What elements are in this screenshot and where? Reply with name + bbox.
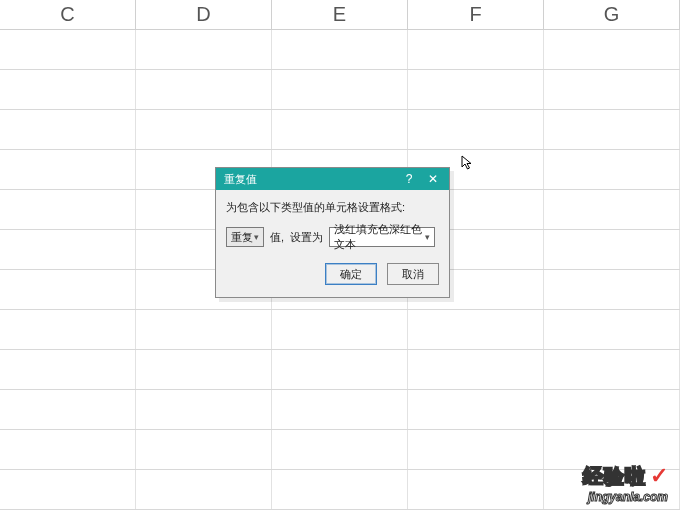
close-button[interactable]: ✕ bbox=[421, 170, 445, 188]
cell[interactable] bbox=[272, 30, 408, 69]
cell[interactable] bbox=[544, 190, 680, 229]
dialog-title: 重复值 bbox=[224, 172, 397, 187]
form-row: 重复 ▾ 值, 设置为 浅红填充色深红色文本 ▾ bbox=[226, 227, 439, 247]
table-row bbox=[0, 110, 680, 150]
cell[interactable] bbox=[272, 430, 408, 469]
cell[interactable] bbox=[272, 70, 408, 109]
select-value: 浅红填充色深红色文本 bbox=[334, 222, 425, 252]
cell[interactable] bbox=[544, 150, 680, 189]
cell[interactable] bbox=[544, 390, 680, 429]
cell[interactable] bbox=[0, 230, 136, 269]
dialog-button-row: 确定 取消 bbox=[226, 263, 439, 285]
watermark-text: 经验啦 bbox=[583, 463, 646, 490]
table-row bbox=[0, 430, 680, 470]
table-row bbox=[0, 470, 680, 510]
cell[interactable] bbox=[0, 30, 136, 69]
column-header[interactable]: F bbox=[408, 0, 544, 29]
cell[interactable] bbox=[544, 350, 680, 389]
cell[interactable] bbox=[408, 30, 544, 69]
cell[interactable] bbox=[136, 30, 272, 69]
cancel-button[interactable]: 取消 bbox=[387, 263, 439, 285]
set-as-label: 设置为 bbox=[290, 230, 323, 245]
checkmark-icon: ✓ bbox=[650, 463, 668, 489]
help-button[interactable]: ? bbox=[397, 170, 421, 188]
cell[interactable] bbox=[136, 350, 272, 389]
cell[interactable] bbox=[136, 110, 272, 149]
cell[interactable] bbox=[544, 270, 680, 309]
watermark-url: jingyanla.com bbox=[583, 490, 668, 504]
cell[interactable] bbox=[136, 310, 272, 349]
cell[interactable] bbox=[0, 390, 136, 429]
table-row bbox=[0, 70, 680, 110]
cell[interactable] bbox=[0, 310, 136, 349]
dialog-instruction: 为包含以下类型值的单元格设置格式: bbox=[226, 200, 439, 215]
table-row bbox=[0, 390, 680, 430]
table-row bbox=[0, 350, 680, 390]
cell[interactable] bbox=[408, 70, 544, 109]
cell[interactable] bbox=[544, 30, 680, 69]
cell[interactable] bbox=[136, 470, 272, 509]
column-header[interactable]: G bbox=[544, 0, 680, 29]
column-headers-row: C D E F G bbox=[0, 0, 680, 30]
cell[interactable] bbox=[136, 70, 272, 109]
duplicate-values-dialog: 重复值 ? ✕ 为包含以下类型值的单元格设置格式: 重复 ▾ 值, 设置为 浅红… bbox=[215, 167, 450, 298]
cell[interactable] bbox=[408, 430, 544, 469]
value-label: 值, bbox=[270, 230, 284, 245]
column-header[interactable]: D bbox=[136, 0, 272, 29]
column-header[interactable]: E bbox=[272, 0, 408, 29]
cell[interactable] bbox=[272, 310, 408, 349]
cell[interactable] bbox=[0, 430, 136, 469]
cell[interactable] bbox=[0, 70, 136, 109]
cell[interactable] bbox=[544, 110, 680, 149]
cell[interactable] bbox=[0, 150, 136, 189]
cell[interactable] bbox=[408, 470, 544, 509]
cell[interactable] bbox=[136, 430, 272, 469]
cell[interactable] bbox=[136, 390, 272, 429]
cell[interactable] bbox=[272, 110, 408, 149]
cell[interactable] bbox=[0, 350, 136, 389]
format-select[interactable]: 浅红填充色深红色文本 ▾ bbox=[329, 227, 435, 247]
cell[interactable] bbox=[0, 110, 136, 149]
cell[interactable] bbox=[408, 390, 544, 429]
ok-button[interactable]: 确定 bbox=[325, 263, 377, 285]
dialog-body: 为包含以下类型值的单元格设置格式: 重复 ▾ 值, 设置为 浅红填充色深红色文本… bbox=[216, 190, 449, 297]
cell[interactable] bbox=[408, 110, 544, 149]
table-row bbox=[0, 310, 680, 350]
cell[interactable] bbox=[0, 270, 136, 309]
cell[interactable] bbox=[272, 350, 408, 389]
table-row bbox=[0, 30, 680, 70]
cell[interactable] bbox=[272, 390, 408, 429]
chevron-down-icon: ▾ bbox=[425, 232, 430, 242]
dialog-titlebar[interactable]: 重复值 ? ✕ bbox=[216, 168, 449, 190]
select-value: 重复 bbox=[231, 230, 253, 245]
cell[interactable] bbox=[0, 190, 136, 229]
column-header[interactable]: C bbox=[0, 0, 136, 29]
cell[interactable] bbox=[408, 310, 544, 349]
cell[interactable] bbox=[544, 230, 680, 269]
cell[interactable] bbox=[544, 310, 680, 349]
cell[interactable] bbox=[272, 470, 408, 509]
cell[interactable] bbox=[0, 470, 136, 509]
cell[interactable] bbox=[544, 70, 680, 109]
watermark: 经验啦 ✓ jingyanla.com bbox=[583, 463, 668, 504]
cell[interactable] bbox=[408, 350, 544, 389]
chevron-down-icon: ▾ bbox=[254, 232, 259, 242]
duplicate-type-select[interactable]: 重复 ▾ bbox=[226, 227, 264, 247]
